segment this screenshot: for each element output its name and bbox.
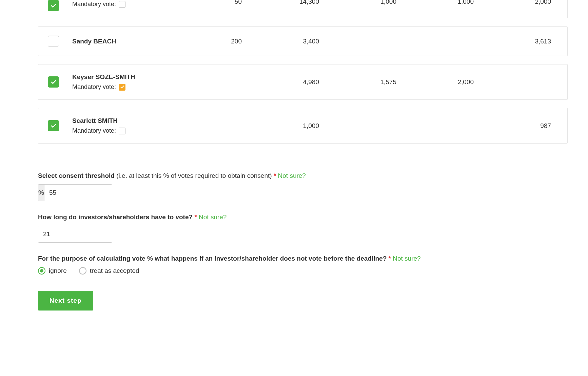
mandatory-vote-label: Mandatory vote: [72, 1, 116, 8]
col-3-value: 1,575 [329, 78, 403, 86]
threshold-label: Select consent threshold (i.e. at least … [38, 172, 568, 180]
radio-dot-icon [79, 267, 86, 275]
col-5-value: 3,613 [483, 38, 558, 45]
col-5-value: 987 [483, 122, 558, 130]
radio-label: ignore [49, 267, 67, 275]
col-3-value: 1,000 [329, 0, 403, 5]
duration-label: How long do investors/shareholders have … [38, 213, 568, 221]
col-2-value: 14,300 [251, 0, 326, 5]
percent-addon: % [38, 185, 44, 201]
mandatory-vote-checkbox[interactable] [119, 1, 125, 8]
col-4-value [406, 38, 481, 45]
col-4-value: 1,000 [406, 0, 481, 5]
investor-row: Scarlett SMITH Mandatory vote: 1,000 987 [38, 108, 568, 144]
mandatory-vote-checkbox[interactable] [119, 84, 125, 91]
investor-name: Sandy BEACH [72, 38, 174, 45]
col-2-value: 3,400 [251, 38, 326, 45]
col-5-value: 2,000 [483, 0, 558, 5]
select-checkbox[interactable] [48, 76, 59, 88]
col-4-value: 2,000 [406, 78, 481, 86]
col-1-value [174, 122, 249, 130]
radio-ignore[interactable]: ignore [38, 267, 67, 275]
investor-name: Scarlett SMITH [72, 117, 174, 125]
next-step-button[interactable]: Next step [38, 291, 93, 311]
select-checkbox[interactable] [48, 36, 59, 47]
duration-input[interactable] [38, 226, 112, 242]
col-2-value: 4,980 [251, 78, 326, 86]
mandatory-vote-label: Mandatory vote: [72, 83, 116, 91]
threshold-input[interactable] [44, 185, 112, 201]
col-5-value [483, 78, 558, 86]
col-2-value: 1,000 [251, 122, 326, 130]
col-1-value: 50 [174, 0, 249, 5]
col-1-value: 200 [174, 38, 249, 45]
radio-dot-icon [38, 267, 45, 275]
not-sure-link[interactable]: Not sure? [276, 172, 306, 179]
col-1-value [174, 78, 249, 86]
select-checkbox[interactable] [48, 120, 59, 131]
col-3-value [329, 122, 403, 130]
mandatory-vote-label: Mandatory vote: [72, 127, 116, 134]
radio-treat-as-accepted[interactable]: treat as accepted [79, 267, 139, 275]
investor-name: Keyser SOZE-SMITH [72, 73, 174, 81]
col-3-value [329, 38, 403, 45]
radio-label: treat as accepted [90, 267, 139, 275]
investor-row: Keyser SOZE-SMITH Mandatory vote: 4,980 … [38, 64, 568, 100]
select-checkbox[interactable] [48, 0, 59, 11]
col-4-value [406, 122, 481, 130]
investor-row: Mandatory vote: 50 14,300 1,000 1,000 2,… [38, 0, 568, 18]
mandatory-vote-checkbox[interactable] [119, 128, 125, 134]
threshold-input-group: % ▲▼ [38, 184, 112, 201]
novote-label: For the purpose of calculating vote % wh… [38, 255, 568, 262]
duration-input-group: ▲▼ [38, 226, 112, 243]
investor-row: Sandy BEACH 200 3,400 3,613 [38, 26, 568, 56]
not-sure-link[interactable]: Not sure? [391, 255, 421, 262]
not-sure-link[interactable]: Not sure? [197, 213, 227, 221]
